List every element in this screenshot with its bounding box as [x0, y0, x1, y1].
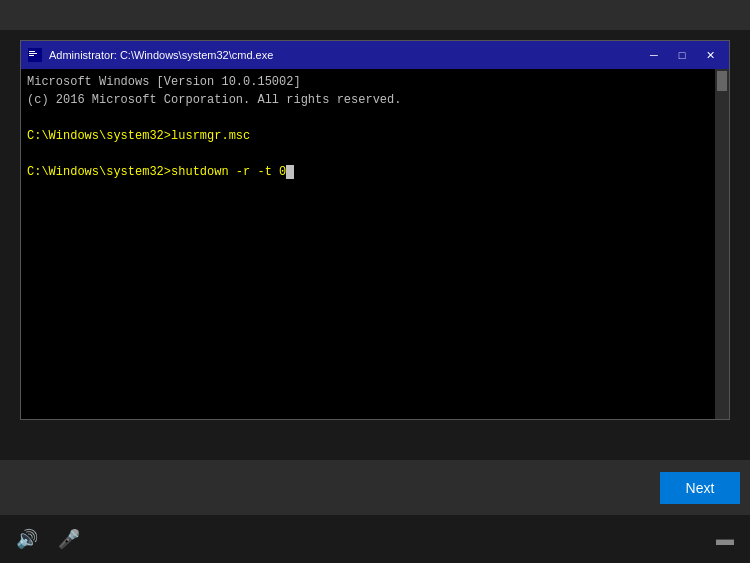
cmd-line-1: Microsoft Windows [Version 10.0.15002]	[27, 73, 707, 91]
cmd-line-5	[27, 145, 707, 163]
cmd-controls: ─ □ ✕	[641, 45, 723, 65]
cmd-title-left: Administrator: C:\Windows\system32\cmd.e…	[27, 47, 273, 63]
next-button[interactable]: Next	[660, 472, 740, 504]
cmd-body: Microsoft Windows [Version 10.0.15002] (…	[21, 69, 729, 419]
maximize-button[interactable]: □	[669, 45, 695, 65]
cmd-line-6: C:\Windows\system32>shutdown -r -t 0	[27, 163, 707, 181]
taskbar-right: ▬	[716, 529, 734, 550]
taskbar-left: 🔊 🎤	[16, 528, 80, 550]
close-button[interactable]: ✕	[697, 45, 723, 65]
scrollbar-thumb[interactable]	[717, 71, 727, 91]
cmd-window-icon	[27, 47, 43, 63]
menu-icon: ▬	[716, 529, 734, 550]
svg-rect-3	[29, 55, 34, 56]
mic-icon[interactable]: 🎤	[58, 528, 80, 550]
bottom-bar: Next	[0, 460, 750, 515]
svg-rect-1	[29, 51, 35, 52]
cursor	[286, 165, 294, 179]
top-bar	[0, 0, 750, 30]
cmd-line-3	[27, 109, 707, 127]
taskbar: 🔊 🎤 ▬	[0, 515, 750, 563]
speaker-icon[interactable]: 🔊	[16, 528, 38, 550]
main-area: Administrator: C:\Windows\system32\cmd.e…	[0, 30, 750, 460]
cmd-line-2: (c) 2016 Microsoft Corporation. All righ…	[27, 91, 707, 109]
svg-rect-2	[29, 53, 37, 54]
cmd-title-text: Administrator: C:\Windows\system32\cmd.e…	[49, 49, 273, 61]
cmd-content: Microsoft Windows [Version 10.0.15002] (…	[27, 73, 723, 181]
cmd-titlebar: Administrator: C:\Windows\system32\cmd.e…	[21, 41, 729, 69]
cmd-line-4: C:\Windows\system32>lusrmgr.msc	[27, 127, 707, 145]
cmd-window: Administrator: C:\Windows\system32\cmd.e…	[20, 40, 730, 420]
cmd-scrollbar[interactable]	[715, 69, 729, 419]
minimize-button[interactable]: ─	[641, 45, 667, 65]
